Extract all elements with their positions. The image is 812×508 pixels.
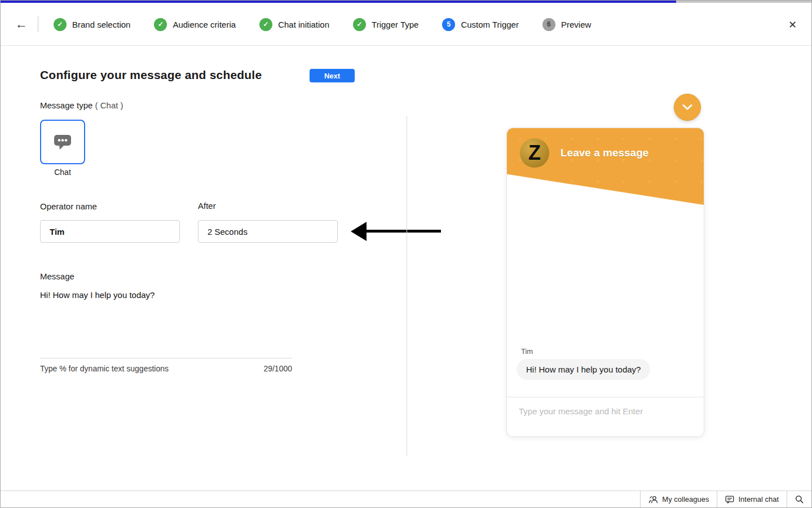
dynamic-text-hint: Type % for dynamic text suggestions <box>40 364 169 373</box>
char-counter: 29/1000 <box>263 364 292 373</box>
close-icon[interactable]: ✕ <box>788 19 797 31</box>
search-button[interactable] <box>787 491 811 507</box>
annotation-arrow-icon <box>351 222 367 241</box>
step-preview[interactable]: 6 Preview <box>542 18 591 31</box>
after-label: After <box>198 201 216 211</box>
message-label: Message <box>40 271 74 281</box>
search-icon <box>795 495 804 503</box>
my-colleagues-label: My colleagues <box>662 495 709 503</box>
page-title: Configure your message and schedule <box>40 68 262 82</box>
step-label: Chat initiation <box>278 20 329 29</box>
step-audience-criteria[interactable]: ✓ Audience criteria <box>154 18 236 31</box>
step-trigger-type[interactable]: ✓ Trigger Type <box>353 18 418 31</box>
back-button[interactable]: ← <box>15 17 28 31</box>
chevron-down-icon <box>682 104 693 111</box>
chat-type-card[interactable] <box>40 120 85 164</box>
widget-minimize-button[interactable] <box>674 94 701 121</box>
step-label: Trigger Type <box>372 20 418 29</box>
widget-title: Leave a message <box>561 147 648 159</box>
internal-chat-icon <box>725 496 734 503</box>
check-icon: ✓ <box>154 18 167 31</box>
message-textarea[interactable]: Hi! How may I help you today? <box>40 290 288 300</box>
chat-bubble-icon <box>51 132 74 153</box>
wizard-stepper: ✓ Brand selection ✓ Audience criteria ✓ … <box>54 3 591 46</box>
internal-chat-button[interactable]: Internal chat <box>717 491 787 507</box>
check-icon: ✓ <box>353 18 366 31</box>
step-label: Brand selection <box>72 20 130 29</box>
status-bar: My colleagues Internal chat <box>1 491 811 507</box>
chat-message-bubble: Hi! How may I help you today? <box>517 359 650 380</box>
top-bar: ← ✓ Brand selection ✓ Audience criteria … <box>1 3 811 46</box>
step-chat-initiation[interactable]: ✓ Chat initiation <box>259 18 329 31</box>
app-window: ← ✓ Brand selection ✓ Audience criteria … <box>0 0 812 508</box>
next-button[interactable]: Next <box>310 69 355 82</box>
step-label: Custom Trigger <box>461 20 519 29</box>
check-icon: ✓ <box>259 18 272 31</box>
after-delay-input[interactable] <box>198 220 338 243</box>
operator-name-text: Tim <box>521 347 533 356</box>
annotation-arrow-line <box>364 230 441 233</box>
my-colleagues-button[interactable]: My colleagues <box>640 491 717 507</box>
operator-name-input[interactable] <box>40 220 180 243</box>
step-label: Audience criteria <box>173 20 236 29</box>
brand-avatar: Z <box>520 138 549 168</box>
chat-widget-preview: Z Leave a message Tim Hi! How may I help… <box>506 128 704 437</box>
internal-chat-label: Internal chat <box>738 495 779 503</box>
widget-input-bar[interactable]: Type your message and hit Enter <box>507 397 704 436</box>
step-custom-trigger[interactable]: 5 Custom Trigger <box>442 18 519 31</box>
status-bar-right: My colleagues Internal chat <box>640 491 811 507</box>
step-number-badge: 5 <box>442 18 455 31</box>
colleagues-icon <box>648 496 658 503</box>
step-brand-selection[interactable]: ✓ Brand selection <box>54 18 130 31</box>
topbar-divider <box>38 16 38 32</box>
message-type-value: ( Chat ) <box>95 100 123 110</box>
message-hint-row: Type % for dynamic text suggestions 29/1… <box>40 364 292 373</box>
center-divider <box>407 116 407 456</box>
message-type-label: Message type ( Chat ) <box>40 100 123 110</box>
step-number-badge: 6 <box>542 18 555 31</box>
message-divider <box>40 358 292 358</box>
step-label: Preview <box>561 20 591 29</box>
check-icon: ✓ <box>54 18 67 31</box>
operator-name-label: Operator name <box>40 202 97 211</box>
chat-card-label: Chat <box>40 168 85 177</box>
message-type-text: Message type <box>40 100 92 110</box>
widget-input-placeholder: Type your message and hit Enter <box>519 406 643 416</box>
